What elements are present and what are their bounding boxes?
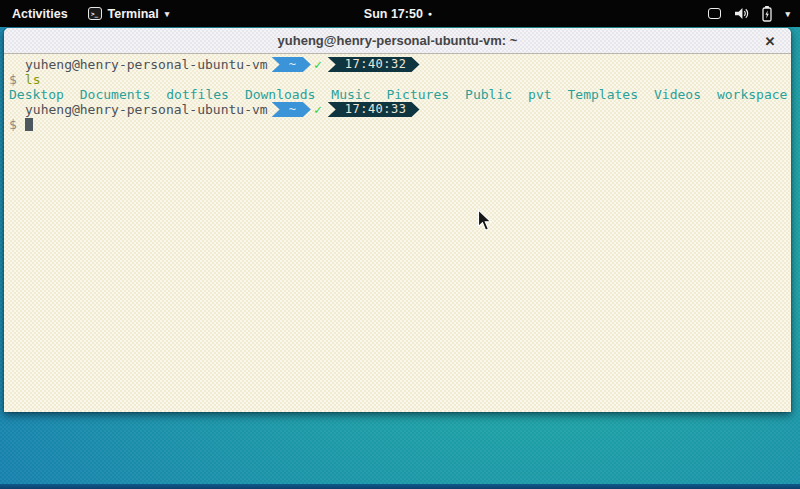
ls-entry: Music	[331, 87, 370, 102]
ls-entry: workspace	[717, 87, 787, 102]
terminal-block-cursor	[25, 118, 33, 131]
desktop-bottom-edge	[0, 484, 800, 489]
battery-charging-icon	[762, 6, 772, 22]
current-input-line: $	[4, 117, 791, 132]
prompt-time-segment: 17:40:33	[328, 102, 420, 117]
ls-entry: Templates	[568, 87, 638, 102]
display-icon	[708, 8, 721, 19]
notification-dot-icon: ●	[428, 10, 432, 17]
prompt-path-segment: ~	[272, 102, 311, 117]
close-icon[interactable]: ✕	[759, 28, 781, 54]
ls-output-line: Desktop Documents dotfiles Downloads Mus…	[4, 87, 791, 102]
prompt-user-host: yuheng@henry-personal-ubuntu-vm	[25, 102, 268, 117]
clock-button[interactable]: Sun 17:50 ●	[364, 0, 432, 27]
prompt-time-segment: 17:40:32	[328, 57, 420, 72]
top-bar: Activities >_ Terminal ▾ Sun 17:50 ●	[0, 0, 800, 27]
prompt-symbol: $	[9, 72, 17, 87]
ls-entry: Downloads	[245, 87, 315, 102]
prompt-user-host: yuheng@henry-personal-ubuntu-vm	[25, 57, 268, 72]
prompt-line-2: yuheng@henry-personal-ubuntu-vm ~ ✓ 17:4…	[4, 102, 791, 117]
terminal-screen[interactable]: yuheng@henry-personal-ubuntu-vm ~ ✓ 17:4…	[4, 54, 791, 412]
ls-entry: Pictures	[386, 87, 449, 102]
window-titlebar[interactable]: yuheng@henry-personal-ubuntu-vm: ~ ✕	[4, 28, 791, 54]
prompt-symbol: $	[9, 117, 17, 132]
ls-entry: Public	[465, 87, 512, 102]
ls-entry: pvt	[528, 87, 551, 102]
ls-entry: dotfiles	[166, 87, 229, 102]
ls-entry: Documents	[80, 87, 150, 102]
window-title: yuheng@henry-personal-ubuntu-vm: ~	[278, 33, 518, 48]
ls-entry: Desktop	[9, 87, 64, 102]
check-icon: ✓	[314, 102, 322, 117]
check-icon: ✓	[314, 57, 322, 72]
volume-icon	[734, 7, 749, 20]
terminal-icon: >_	[88, 7, 102, 20]
system-status-menu[interactable]: ▾	[708, 0, 800, 27]
app-menu-label: Terminal	[108, 7, 159, 21]
app-menu-terminal[interactable]: >_ Terminal ▾	[80, 0, 178, 27]
activities-button[interactable]: Activities	[0, 0, 80, 27]
command-text: ls	[25, 72, 41, 87]
prompt-path-segment: ~	[272, 57, 311, 72]
chevron-down-icon: ▾	[785, 9, 790, 19]
command-line: $ ls	[4, 72, 791, 87]
prompt-line-1: yuheng@henry-personal-ubuntu-vm ~ ✓ 17:4…	[4, 57, 791, 72]
ls-entry: Videos	[654, 87, 701, 102]
clock-label: Sun 17:50	[364, 7, 423, 21]
chevron-down-icon: ▾	[165, 9, 170, 19]
terminal-window: yuheng@henry-personal-ubuntu-vm: ~ ✕ yuh…	[4, 28, 791, 412]
